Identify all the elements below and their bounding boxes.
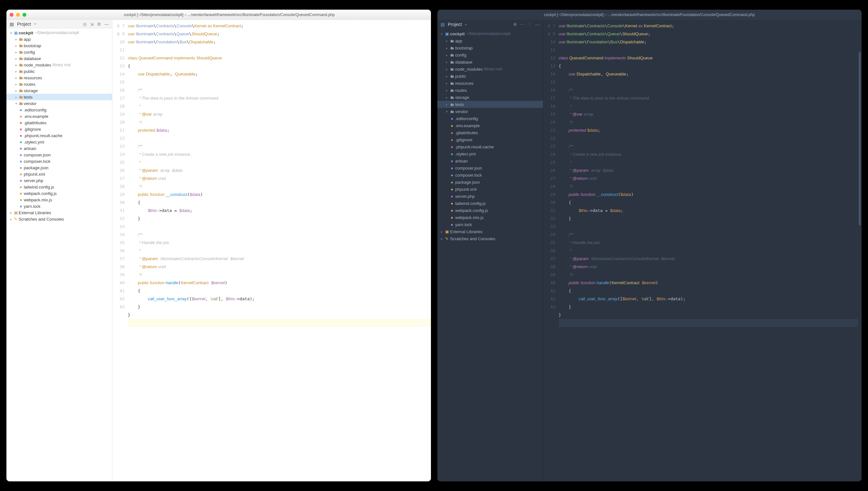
ide-window-light: cockpit [~/Sites/promodata/cockpit] – ..… (6, 10, 431, 481)
tree-item-External-Libraries[interactable]: ▸▣External Libraries (437, 228, 543, 235)
tree-item-bootstrap[interactable]: ▸🖿bootstrap (6, 42, 112, 49)
tree-item--gitignore[interactable]: ●.gitignore (6, 126, 112, 132)
tree-item--phpunit-result-cache[interactable]: ●.phpunit.result.cache (437, 143, 543, 150)
tree-item-storage[interactable]: ▸🖿storage (6, 87, 112, 94)
tree-item-package-json[interactable]: ●package.json (6, 165, 112, 171)
tree-item--env-example[interactable]: ●.env.example (6, 113, 112, 119)
minimize-icon[interactable] (16, 13, 20, 17)
project-sidebar: ▤ Project ▾ ◎ ⇲ ⚙ — ▾▣cockpit~/Sites/pro… (6, 20, 112, 481)
chevron-down-icon[interactable]: ▾ (465, 23, 467, 26)
titlebar[interactable]: cockpit [~/Sites/promodata/cockpit] – ..… (6, 10, 431, 20)
tree-item-composer-lock[interactable]: ●composer.lock (6, 158, 112, 165)
chevron-down-icon[interactable]: ▾ (34, 22, 36, 26)
window-title: cockpit [~/Sites/promodata/cockpit] – ..… (31, 12, 428, 17)
tree-item-config[interactable]: ▸🖿config (437, 51, 543, 58)
tree-item-routes[interactable]: ▸🖿routes (437, 87, 543, 94)
tree-item-artisan[interactable]: ●artisan (437, 157, 543, 165)
hide-icon[interactable]: — (535, 22, 540, 27)
tree-item-public[interactable]: ▸🖿public (437, 73, 543, 80)
gutter[interactable]: 6 7 8 9 10 11 12 13 14 15 16 17 18 19 20… (543, 20, 559, 481)
tree-item-tests[interactable]: ▸🖿tests (6, 94, 112, 100)
status-dot[interactable] (514, 23, 517, 26)
tree-item-webpack-config-js[interactable]: ●webpack.config.js (6, 190, 112, 197)
tree-item-Scratches-and-Consoles[interactable]: ▸✎Scratches and Consoles (6, 216, 112, 222)
tree-item-node-modules[interactable]: ▸🖿node_moduleslibrary root (6, 62, 112, 68)
tree-item--styleci-yml[interactable]: ●.styleci.yml (437, 150, 543, 157)
tree-item-database[interactable]: ▸🖿database (437, 58, 543, 65)
tree-item-storage[interactable]: ▸🖿storage (437, 94, 543, 101)
tree-item-yarn-lock[interactable]: ●yarn.lock (437, 221, 543, 228)
tree-item-server-php[interactable]: ●server.php (437, 193, 543, 200)
ide-window-dark: cockpit [~/Sites/promodata/cockpit] – ..… (437, 10, 862, 481)
tree-item-vendor[interactable]: ▾🖿vendor (6, 100, 112, 107)
tree-item-webpack-config-js[interactable]: ●webpack.config.js (437, 207, 543, 214)
tree-item-phpunit-xml[interactable]: ●phpunit.xml (437, 185, 543, 193)
tree-item-vendor[interactable]: ▾🖿vendor (437, 108, 543, 115)
tree-item--editorconfig[interactable]: ●.editorconfig (437, 115, 543, 122)
tree-item-public[interactable]: ▸🖿public (6, 68, 112, 75)
tree-item--editorconfig[interactable]: ●.editorconfig (6, 107, 112, 113)
zoom-icon[interactable] (23, 13, 26, 17)
tree-item-webpack-mix-js[interactable]: ●webpack.mix.js (6, 197, 112, 203)
tree-item-yarn-lock[interactable]: ●yarn.lock (6, 203, 112, 209)
tree-item-bootstrap[interactable]: ▸🖿bootstrap (437, 44, 543, 51)
tree-item--gitignore[interactable]: ●.gitignore (437, 136, 543, 143)
tree-item-config[interactable]: ▸🖿config (6, 49, 112, 55)
scrollbar[interactable] (859, 52, 861, 225)
tree-item-composer-lock[interactable]: ●composer.lock (437, 172, 543, 178)
gear-icon[interactable]: ⚙ (97, 22, 101, 27)
tree-item-routes[interactable]: ▸🖿routes (6, 81, 112, 87)
sidebar-header[interactable]: ▤ Project ▾ ◎ ⇲ ⚙ — (6, 20, 112, 28)
tree-item-app[interactable]: ▸🖿app (6, 36, 112, 42)
tree-item-tailwind-config-js[interactable]: ●tailwind.config.js (437, 200, 543, 207)
collapse-icon[interactable]: ⋯ (520, 22, 524, 27)
close-icon[interactable] (10, 13, 13, 17)
tree-item-External-Libraries[interactable]: ▸▣External Libraries (6, 209, 112, 216)
tree-item-database[interactable]: ▸🖿database (6, 55, 112, 62)
more-icon[interactable]: ⋮ (528, 22, 532, 27)
editor[interactable]: 6 7 8 9 10 11 12 13 14 15 16 17 18 19 20… (112, 20, 431, 481)
code-area[interactable]: use Illuminate\Contracts\Console\Kernel … (559, 20, 858, 481)
tree-item-composer-json[interactable]: ●composer.json (6, 151, 112, 158)
tree-root[interactable]: ▾▣cockpit~/Sites/promodata/cockpit (437, 30, 543, 37)
project-tree[interactable]: ▾▣cockpit~/Sites/promodata/cockpit▸🖿app▸… (6, 28, 112, 481)
tree-item--gitattributes[interactable]: ●.gitattributes (437, 129, 543, 136)
tree-item-webpack-mix-js[interactable]: ●webpack.mix.js (437, 214, 543, 221)
tree-item-tests[interactable]: ▸🖿tests (437, 101, 543, 108)
collapse-icon[interactable]: ⇲ (90, 22, 94, 27)
tree-item--phpunit-result-cache[interactable]: ●.phpunit.result.cache (6, 132, 112, 139)
gutter[interactable]: 6 7 8 9 10 11 12 13 14 15 16 17 18 19 20… (112, 20, 128, 481)
project-sidebar: ▤ Project ▾ ⋯ ⋮ — ▾▣cockpit~/Sites/promo… (437, 20, 543, 481)
tree-item-Scratches-and-Consoles[interactable]: ▸✎Scratches and Consoles (437, 235, 543, 242)
code-area[interactable]: use Illuminate\Contracts\Console\Kernel … (128, 20, 431, 481)
tree-item-artisan[interactable]: ●artisan (6, 145, 112, 151)
editor[interactable]: 6 7 8 9 10 11 12 13 14 15 16 17 18 19 20… (543, 20, 862, 481)
hide-icon[interactable]: — (104, 22, 109, 27)
sidebar-title: Project (17, 22, 31, 27)
tree-root[interactable]: ▾▣cockpit~/Sites/promodata/cockpit (6, 30, 112, 36)
window-title: cockpit [~/Sites/promodata/cockpit] – ..… (441, 12, 859, 17)
tree-item-resources[interactable]: ▸🖿resources (437, 80, 543, 87)
tree-item--env-example[interactable]: ●.env.example (437, 122, 543, 129)
tree-item-node-modules[interactable]: ▸🖿node_moduleslibrary root (437, 65, 543, 73)
window-controls (10, 13, 26, 17)
sidebar-title: Project (448, 22, 462, 27)
tree-item-tailwind-config-js[interactable]: ●tailwind.config.js (6, 184, 112, 190)
target-icon[interactable]: ◎ (83, 22, 87, 27)
tree-item--styleci-yml[interactable]: ●.styleci.yml (6, 139, 112, 145)
project-tree[interactable]: ▾▣cockpit~/Sites/promodata/cockpit▸🖿app▸… (437, 29, 543, 481)
tree-item-composer-json[interactable]: ●composer.json (437, 165, 543, 172)
titlebar[interactable]: cockpit [~/Sites/promodata/cockpit] – ..… (437, 10, 862, 20)
tree-item-server-php[interactable]: ●server.php (6, 177, 112, 184)
tree-item-phpunit-xml[interactable]: ●phpunit.xml (6, 171, 112, 177)
tree-item--gitattributes[interactable]: ●.gitattributes (6, 119, 112, 126)
tree-item-app[interactable]: ▸🖿app (437, 37, 543, 44)
tree-item-package-json[interactable]: ●package.json (437, 178, 543, 185)
tree-item-resources[interactable]: ▸🖿resources (6, 75, 112, 81)
project-tool-icon: ▤ (10, 22, 14, 27)
project-tool-icon: ▤ (441, 22, 445, 27)
sidebar-header[interactable]: ▤ Project ▾ ⋯ ⋮ — (437, 20, 543, 29)
